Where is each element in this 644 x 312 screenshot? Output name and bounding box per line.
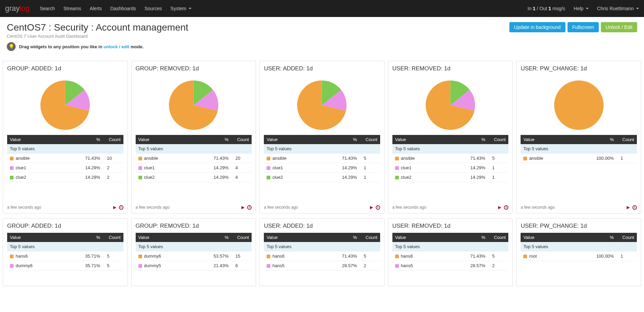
table-row[interactable]: clue114.29%2 [7,163,123,173]
nav-help[interactable]: Help [574,6,589,11]
cell-percent: 35.71% [79,261,103,271]
widget[interactable]: GROUP: REMOVED: 1dValue%CountTop 5 value… [131,61,256,213]
widget[interactable]: USER: PW_CHANGE: 1dValue%CountTop 5 valu… [516,218,641,286]
table-row[interactable]: hans528.57%2 [264,261,380,271]
nav-right: In 1 / Out 1 msg/s Help Chris Ruettimann [528,6,639,11]
table-row[interactable]: root100.00%1 [521,252,637,261]
top5-label: Top 5 values [7,242,123,252]
hint-link[interactable]: unlock / edit [103,44,129,49]
chevron-down-icon [189,8,191,9]
table-row[interactable]: clue214.29%2 [7,173,123,182]
widget-title: USER: REMOVED: 1d [392,223,509,229]
table-row[interactable]: ansible71.43%5 [264,154,380,163]
table-row[interactable]: hans528.57%2 [392,261,509,271]
cell-percent: 71.43% [464,252,488,261]
widget[interactable]: USER: ADDED: 1dValue%CountTop 5 valuesha… [259,218,385,286]
cell-count: 5 [103,252,123,261]
widget[interactable]: GROUP: ADDED: 1dValue%CountTop 5 valuesh… [3,218,128,286]
fullscreen-button[interactable]: Fullscreen [567,22,599,32]
values-table: Value%CountTop 5 valueshans635.71%5dummy… [7,233,123,271]
cell-percent: 100.00% [593,252,616,261]
values-table: Value%CountTop 5 valuesansible100.00%1 [521,135,637,163]
cell-percent: 28.57% [464,261,488,271]
update-background-button[interactable]: Update in background [509,22,565,32]
widget[interactable]: USER: ADDED: 1dValue%CountTop 5 valuesan… [259,61,385,213]
cell-count: 6 [231,261,252,271]
table-row[interactable]: ansible100.00%1 [521,154,637,163]
cell-value: hans5 [392,261,464,271]
pie-chart [264,75,380,135]
table-row[interactable]: clue114.29%4 [136,163,252,173]
color-swatch [267,255,270,258]
table-row[interactable]: dummy635.71%5 [7,261,123,271]
info-icon[interactable]: i [247,205,252,210]
widget[interactable]: GROUP: REMOVED: 1dValue%CountTop 5 value… [131,218,256,286]
cell-value: ansible [136,154,208,163]
cell-percent: 14.29% [79,173,103,182]
nav-streams[interactable]: Streams [64,6,81,11]
play-icon[interactable]: ▶ [627,205,630,210]
play-icon[interactable]: ▶ [113,205,116,210]
unlock-edit-button[interactable]: Unlock / Edit [601,22,637,32]
table-row[interactable]: clue214.29%4 [136,173,252,182]
th-value: Value [7,233,79,242]
widget[interactable]: USER: REMOVED: 1dValue%CountTop 5 values… [388,218,513,286]
widget-title: USER: PW_CHANGE: 1d [521,65,637,72]
color-swatch [395,157,399,160]
hint-prefix: Drag widgets to any position you like in [19,44,103,49]
th-count: Count [360,135,380,144]
cell-value: clue1 [7,163,79,173]
th-count: Count [103,135,123,144]
nav-user[interactable]: Chris Ruettimann [597,6,639,11]
cell-percent: 14.29% [336,173,360,182]
cell-value: clue2 [7,173,79,182]
nav-system[interactable]: System [170,6,191,11]
nav-sources[interactable]: Sources [145,6,162,11]
table-row[interactable]: ansible71.43%20 [136,154,252,163]
nav-user-label: Chris Ruettimann [597,6,634,11]
cell-value: clue2 [392,173,464,182]
widget[interactable]: USER: PW_CHANGE: 1dValue%CountTop 5 valu… [516,61,641,213]
cell-count: 5 [103,261,123,271]
cell-value: hans6 [7,252,79,261]
cell-value: ansible [392,154,464,163]
lightbulb-icon: 💡 [7,42,16,51]
table-row[interactable]: clue214.29%1 [264,173,380,182]
nav-system-label: System [170,6,186,11]
cell-value: clue2 [264,173,336,182]
widget[interactable]: USER: REMOVED: 1dValue%CountTop 5 values… [388,61,513,213]
cell-value: root [521,252,593,261]
play-icon[interactable]: ▶ [498,205,501,210]
page-subtitle: CentOS 7 User Account Audit Dashboard [7,34,188,39]
cell-count: 15 [231,252,252,261]
info-icon[interactable]: i [632,205,637,210]
throughput-out: 1 [548,6,551,11]
hint-bar: 💡 Drag widgets to any position you like … [7,42,637,54]
table-row[interactable]: clue114.29%1 [264,163,380,173]
th-value: Value [392,233,464,242]
nav-left: Search Streams Alerts Dashboards Sources… [40,6,191,11]
table-row[interactable]: clue114.29%1 [392,163,509,173]
nav-alerts[interactable]: Alerts [90,6,102,11]
table-row[interactable]: ansible71.43%5 [392,154,509,163]
table-row[interactable]: dummy521.43%6 [136,261,252,271]
widget[interactable]: GROUP: ADDED: 1dValue%CountTop 5 valuesa… [3,61,128,213]
info-icon[interactable]: i [376,205,380,210]
info-icon[interactable]: i [119,205,123,210]
table-row[interactable]: clue214.29%1 [392,173,509,182]
table-row[interactable]: ansible71.43%10 [7,154,123,163]
table-row[interactable]: dummy653.57%15 [136,252,252,261]
cell-value: ansible [7,154,79,163]
play-icon[interactable]: ▶ [370,205,373,210]
logo[interactable]: graylog [5,4,30,13]
play-icon[interactable]: ▶ [241,205,244,210]
table-row[interactable]: hans671.43%5 [264,252,380,261]
table-row[interactable]: hans635.71%5 [7,252,123,261]
info-icon[interactable]: i [504,205,508,210]
widget-timestamp: a few seconds ago [136,205,170,210]
nav-dashboards[interactable]: Dashboards [110,6,136,11]
nav-help-label: Help [574,6,583,11]
nav-search[interactable]: Search [40,6,55,11]
table-row[interactable]: hans671.43%5 [392,252,509,261]
color-swatch [10,176,14,179]
